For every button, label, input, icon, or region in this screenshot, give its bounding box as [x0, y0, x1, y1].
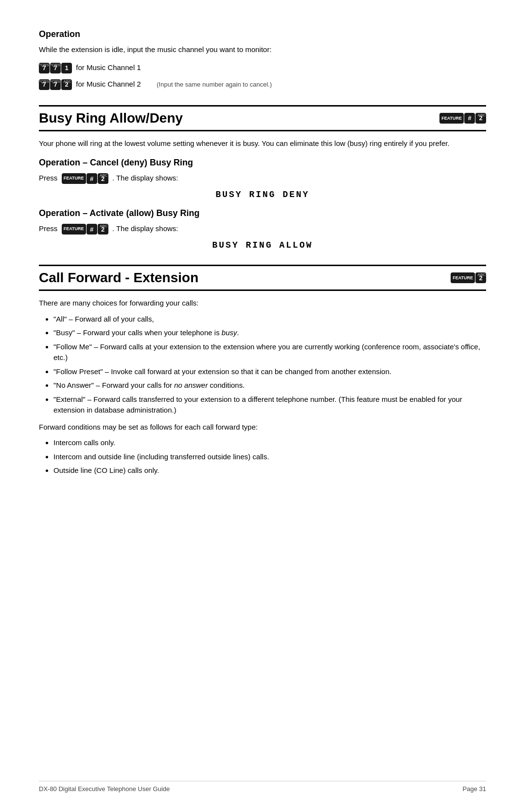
key-7-pqrs-2: PQRS7 — [50, 63, 61, 73]
hash-key-allow: # — [87, 224, 97, 235]
busy-ring-allow-display: BUSY RING ALLOW — [39, 240, 486, 250]
key-1: 1 — [61, 63, 72, 73]
busy-ring-heading: Busy Ring Allow/Deny FEATURE # ABC2 — [39, 105, 486, 131]
activate-allow-heading: Operation – Activate (allow) Busy Ring — [39, 208, 486, 218]
operation-intro: While the extension is idle, input the m… — [39, 44, 486, 55]
channel2-label: for Music Channel 2 — [76, 80, 140, 88]
allow-keys: FEATURE # ABC2 — [62, 224, 108, 235]
hash-key-cancel: # — [87, 173, 97, 184]
call-forward-bullets-list: "All" – Forward all of your calls, "Busy… — [53, 314, 486, 416]
channel1-label: for Music Channel 1 — [76, 63, 140, 72]
list-item: "No Answer" – Forward your calls for no … — [53, 380, 486, 391]
list-item: "Follow Preset" – Invoke call forward at… — [53, 366, 486, 378]
conditions-bullets-list: Intercom calls only. Intercom and outsid… — [53, 437, 486, 476]
cancel-deny-press: Press FEATURE # ABC2 . The display shows… — [39, 173, 486, 184]
channel1-keys: PQRS7 PQRS7 1 — [39, 63, 72, 73]
key-7-pqrs-1: PQRS7 — [39, 63, 50, 73]
feature-key-cf: FEATURE — [451, 272, 475, 283]
footer-right: Page 31 — [463, 785, 486, 793]
call-forward-heading: Call Forward - Extension FEATURE ABC2 — [39, 265, 486, 291]
conditions-intro: Forward conditions may be set as follows… — [39, 422, 486, 433]
footer-left: DX-80 Digital Executive Telephone User G… — [39, 785, 170, 793]
key-7-pqrs-3: PQRS7 — [39, 79, 50, 90]
hash-key: # — [464, 113, 475, 124]
busy-ring-feature-badge: FEATURE # ABC2 — [439, 113, 486, 124]
busy-ring-deny-display: BUSY RING DENY — [39, 190, 486, 199]
key-2-abc-cf: ABC2 — [475, 272, 486, 283]
channel2-line: PQRS7 PQRS7 ABC2 for Music Channel 2 (In… — [39, 77, 486, 91]
page-footer: DX-80 Digital Executive Telephone User G… — [39, 781, 486, 793]
call-forward-feature-badge: FEATURE ABC2 — [451, 272, 486, 283]
feature-key-cancel: FEATURE — [62, 173, 86, 184]
feature-key: FEATURE — [439, 113, 464, 124]
key-2-abc: ABC2 — [61, 79, 72, 90]
call-forward-section: Call Forward - Extension FEATURE ABC2 Th… — [39, 265, 486, 476]
list-item: "Busy" – Forward your calls when your te… — [53, 327, 486, 339]
cancel-deny-keys: FEATURE # ABC2 — [62, 173, 108, 184]
cancel-note: (Input the same number again to cancel.) — [157, 81, 272, 88]
channel1-line: PQRS7 PQRS7 1 for Music Channel 1 — [39, 60, 486, 75]
list-item: Intercom and outside line (including tra… — [53, 451, 486, 463]
cancel-deny-heading: Operation – Cancel (deny) Busy Ring — [39, 158, 486, 168]
key-7-pqrs-4: PQRS7 — [50, 79, 61, 90]
key-2-abc-badge: ABC2 — [475, 113, 486, 124]
busy-ring-section: Busy Ring Allow/Deny FEATURE # ABC2 Your… — [39, 105, 486, 251]
allow-press: Press FEATURE # ABC2 . The display shows… — [39, 223, 486, 235]
feature-key-allow: FEATURE — [62, 224, 86, 235]
list-item: Intercom calls only. — [53, 437, 486, 449]
operation-heading: Operation — [39, 29, 486, 39]
operation-section: Operation While the extension is idle, i… — [39, 29, 486, 91]
list-item: "Follow Me" – Forward calls at your exte… — [53, 342, 486, 363]
call-forward-intro: There are many choices for forwarding yo… — [39, 298, 486, 309]
busy-ring-description: Your phone will ring at the lowest volum… — [39, 138, 486, 149]
list-item: Outside line (CO Line) calls only. — [53, 465, 486, 476]
key-2-abc-cancel: ABC2 — [98, 173, 108, 184]
key-2-abc-allow: ABC2 — [98, 224, 108, 235]
channel2-keys: PQRS7 PQRS7 ABC2 — [39, 79, 72, 90]
list-item: "All" – Forward all of your calls, — [53, 314, 486, 325]
list-item: "External" – Forward calls transferred t… — [53, 394, 486, 416]
